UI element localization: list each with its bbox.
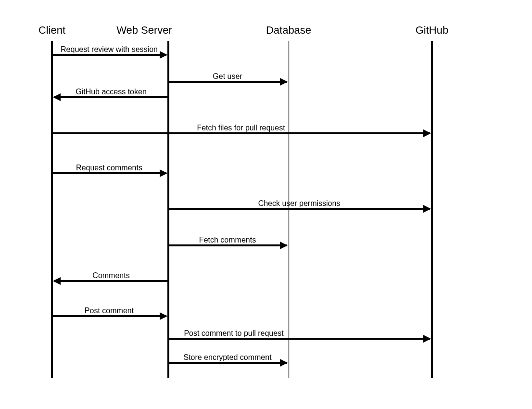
msg-label: Fetch files for pull request xyxy=(197,124,285,132)
arrow-head-icon xyxy=(423,129,431,137)
arrow-head-icon xyxy=(160,312,167,320)
msg-get-user: Get user xyxy=(168,81,287,83)
arrow-head-icon xyxy=(280,242,288,249)
msg-access-token: GitHub access token xyxy=(54,96,168,98)
arrow-head-icon xyxy=(53,93,61,101)
participant-webserver: Web Server xyxy=(116,24,172,37)
msg-label: Comments xyxy=(92,271,129,280)
msg-label: Post comment to pull request xyxy=(184,329,283,338)
participant-client: Client xyxy=(38,24,65,37)
msg-fetch-files: Fetch files for pull request xyxy=(52,132,430,134)
arrow-head-icon xyxy=(160,51,167,59)
arrow-head-icon xyxy=(280,359,288,367)
msg-request-comments: Request comments xyxy=(52,172,166,174)
arrow-head-icon xyxy=(280,78,288,86)
msg-label: Post comment xyxy=(85,307,134,315)
msg-post-comment: Post comment xyxy=(52,315,166,317)
participant-github: GitHub xyxy=(416,24,448,37)
participant-database: Database xyxy=(266,24,311,37)
arrow-head-icon xyxy=(53,277,61,285)
msg-label: Request review with session xyxy=(61,45,158,54)
msg-label: Request comments xyxy=(76,164,142,172)
lifeline-github xyxy=(431,41,433,378)
msg-label: Check user permissions xyxy=(258,199,341,208)
arrow-head-icon xyxy=(160,169,167,177)
msg-label: GitHub access token xyxy=(76,88,147,96)
msg-fetch-comments: Fetch comments xyxy=(168,244,287,246)
msg-label: Get user xyxy=(213,72,242,81)
arrow-head-icon xyxy=(423,335,431,343)
msg-store-encrypted: Store encrypted comment xyxy=(168,362,287,364)
msg-label: Fetch comments xyxy=(199,236,256,244)
lifeline-client xyxy=(51,41,53,378)
msg-post-to-pr: Post comment to pull request xyxy=(168,338,430,340)
msg-comments: Comments xyxy=(54,280,168,282)
arrow-head-icon xyxy=(423,205,431,213)
msg-request-review: Request review with session xyxy=(52,54,166,56)
msg-label: Store encrypted comment xyxy=(183,353,271,362)
msg-check-permissions: Check user permissions xyxy=(168,208,430,210)
